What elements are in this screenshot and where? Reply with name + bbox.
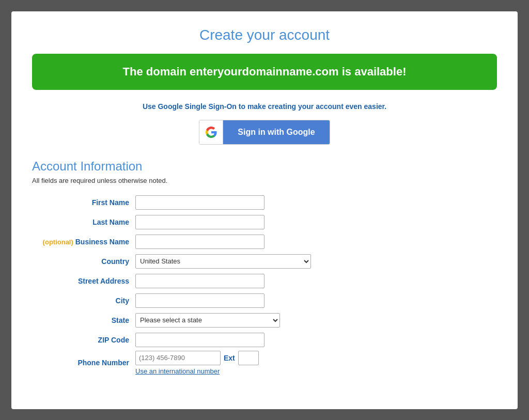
street-address-row: Street Address bbox=[32, 271, 497, 291]
country-cell: United States bbox=[135, 252, 497, 271]
street-address-label: Street Address bbox=[32, 271, 135, 291]
last-name-cell bbox=[135, 212, 497, 232]
first-name-row: First Name bbox=[32, 193, 497, 212]
zip-input[interactable] bbox=[135, 333, 264, 347]
international-number-link[interactable]: Use an international number bbox=[135, 367, 497, 375]
google-icon-box bbox=[199, 120, 223, 144]
business-name-input[interactable] bbox=[135, 235, 264, 249]
business-name-cell bbox=[135, 232, 497, 252]
phone-row: Phone Number Ext Use an international nu… bbox=[32, 350, 497, 376]
business-name-label-text: Business Name bbox=[75, 238, 129, 246]
state-label: State bbox=[32, 310, 135, 330]
google-icon bbox=[205, 126, 217, 138]
country-row: Country United States bbox=[32, 252, 497, 271]
city-label: City bbox=[32, 291, 135, 310]
phone-cell: Ext Use an international number bbox=[135, 350, 497, 376]
state-select[interactable]: Please select a state Alabama Alaska Ari… bbox=[135, 313, 280, 328]
phone-input[interactable] bbox=[135, 351, 221, 365]
google-signin-label: Sign in with Google bbox=[223, 120, 329, 144]
last-name-row: Last Name bbox=[32, 212, 497, 232]
last-name-label: Last Name bbox=[32, 212, 135, 232]
google-sso-description: Use Google Single Sign-On to make creati… bbox=[32, 102, 497, 111]
zip-row: ZIP Code bbox=[32, 330, 497, 350]
street-address-input[interactable] bbox=[135, 274, 264, 288]
phone-field-group: Ext bbox=[135, 351, 497, 365]
domain-banner: The domain enteryourdomainname.com is av… bbox=[32, 54, 497, 90]
state-row: State Please select a state Alabama Alas… bbox=[32, 310, 497, 330]
first-name-label: First Name bbox=[32, 193, 135, 212]
country-select[interactable]: United States bbox=[135, 254, 311, 269]
account-form: First Name Last Name (optional) Business… bbox=[32, 193, 497, 376]
state-cell: Please select a state Alabama Alaska Ari… bbox=[135, 310, 497, 330]
required-note: All fields are required unless otherwise… bbox=[32, 177, 497, 184]
business-name-label: (optional) Business Name bbox=[32, 232, 135, 252]
zip-cell bbox=[135, 330, 497, 350]
city-row: City bbox=[32, 291, 497, 310]
optional-tag: (optional) bbox=[43, 238, 73, 246]
domain-banner-text: The domain enteryourdomainname.com is av… bbox=[123, 65, 407, 78]
first-name-cell bbox=[135, 193, 497, 212]
google-signin-button[interactable]: Sign in with Google bbox=[199, 120, 330, 145]
main-window: Create your account The domain enteryour… bbox=[11, 11, 518, 409]
account-info-title: Account Information bbox=[32, 159, 497, 174]
city-input[interactable] bbox=[135, 293, 264, 308]
country-label: Country bbox=[32, 252, 135, 271]
zip-label: ZIP Code bbox=[32, 330, 135, 350]
city-cell bbox=[135, 291, 497, 310]
business-name-row: (optional) Business Name bbox=[32, 232, 497, 252]
street-address-cell bbox=[135, 271, 497, 291]
page-title: Create your account bbox=[32, 27, 497, 43]
ext-label: Ext bbox=[224, 354, 235, 362]
phone-label: Phone Number bbox=[32, 350, 135, 376]
ext-input[interactable] bbox=[238, 351, 259, 365]
last-name-input[interactable] bbox=[135, 215, 264, 229]
first-name-input[interactable] bbox=[135, 195, 264, 210]
